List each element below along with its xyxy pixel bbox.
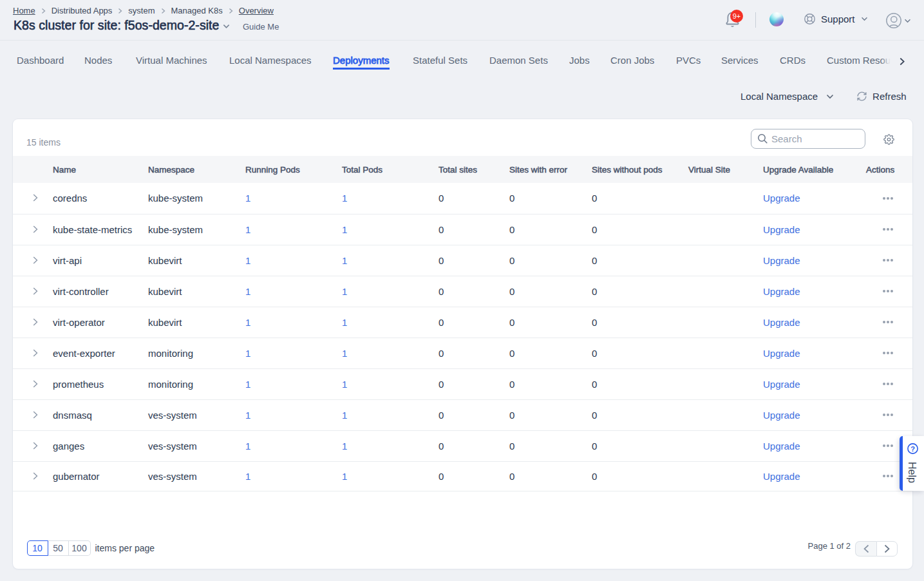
svg-text:?: ? bbox=[910, 445, 915, 453]
